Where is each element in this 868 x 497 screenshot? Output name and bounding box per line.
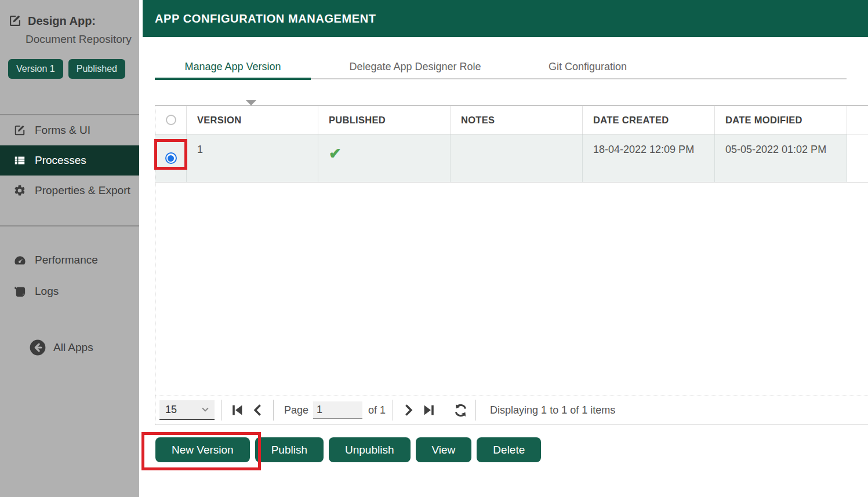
- tab-delegate-app-designer-role[interactable]: Delegate App Designer Role: [311, 56, 520, 78]
- pagination-status: Displaying 1 to 1 of 1 items: [490, 404, 615, 416]
- app-name: Document Repository: [26, 33, 132, 46]
- published-check-icon: ✔: [329, 146, 342, 161]
- page-label: Page: [284, 404, 308, 416]
- cell-date-modified: 05-05-2022 01:02 PM: [715, 134, 847, 182]
- sidebar-tools: Performance Logs: [0, 244, 139, 307]
- publish-button[interactable]: Publish: [255, 437, 324, 462]
- page-title: APP CONFIGURATION MANAGEMENT: [155, 12, 376, 25]
- gear-icon: [13, 184, 27, 197]
- table-row[interactable]: 1 ✔ 18-04-2022 12:09 PM 05-05-2022 01:02…: [155, 134, 868, 182]
- divider: [273, 400, 274, 421]
- sidebar-item-properties-export[interactable]: Properties & Export: [0, 176, 139, 206]
- cell-date-created: 18-04-2022 12:09 PM: [583, 134, 715, 182]
- divider: [221, 400, 222, 421]
- first-page-button[interactable]: [229, 401, 245, 419]
- column-header-version[interactable]: VERSION: [187, 106, 318, 134]
- speedometer-icon: [13, 254, 27, 267]
- design-app-heading: Design App:: [8, 14, 96, 28]
- sidebar-item-performance[interactable]: Performance: [0, 244, 139, 276]
- version-badge: Version 1: [8, 59, 63, 79]
- logs-icon: [13, 285, 27, 298]
- page-of-label: of 1: [368, 404, 386, 416]
- divider: [393, 400, 393, 421]
- sidebar-item-logs[interactable]: Logs: [0, 276, 139, 307]
- row-select-radio[interactable]: [155, 134, 187, 182]
- select-all-radio[interactable]: [155, 106, 187, 134]
- cell-spacer: [847, 134, 868, 182]
- column-header-published[interactable]: PUBLISHED: [318, 106, 451, 134]
- table-empty-area: [155, 182, 868, 396]
- view-button[interactable]: View: [416, 437, 472, 462]
- table-list-icon: [13, 154, 27, 167]
- edit-icon: [8, 14, 22, 28]
- unpublish-button[interactable]: Unpublish: [329, 437, 411, 462]
- delete-button[interactable]: Delete: [477, 437, 541, 462]
- chevron-down-icon: [201, 405, 210, 414]
- sidebar-item-label: Forms & UI: [35, 124, 90, 137]
- sort-descending-icon: [246, 100, 256, 105]
- previous-page-button[interactable]: [250, 401, 266, 419]
- table-header-row: VERSION PUBLISHED NOTES DATE CREATED DAT…: [155, 105, 868, 134]
- tab-manage-app-version[interactable]: Manage App Version: [155, 56, 311, 78]
- new-version-button[interactable]: New Version: [155, 437, 250, 462]
- cell-notes: [451, 134, 583, 182]
- all-apps-label: All Apps: [53, 341, 93, 354]
- cell-version: 1: [187, 134, 318, 182]
- page-header: APP CONFIGURATION MANAGEMENT: [143, 0, 868, 37]
- sidebar-divider: [0, 225, 139, 226]
- sidebar-item-processes[interactable]: Processes: [0, 145, 139, 176]
- column-header-spacer: [847, 106, 868, 134]
- column-header-date-created[interactable]: DATE CREATED: [583, 106, 715, 134]
- action-button-row: New Version Publish Unpublish View Delet…: [155, 437, 541, 462]
- refresh-icon[interactable]: [452, 401, 468, 419]
- divider: [475, 400, 476, 421]
- pagination-bar: 15 Page of 1: [155, 396, 868, 425]
- tab-git-configuration[interactable]: Git Configuration: [520, 56, 656, 78]
- radio-checked-icon: [165, 152, 177, 164]
- cell-published: ✔: [318, 134, 451, 182]
- last-page-button[interactable]: [421, 401, 437, 419]
- page-number-input[interactable]: [313, 401, 362, 419]
- arrow-left-circle-icon: [29, 339, 46, 356]
- version-table: VERSION PUBLISHED NOTES DATE CREATED DAT…: [155, 105, 868, 425]
- sidebar-item-label: Performance: [35, 254, 98, 266]
- page-size-select[interactable]: 15: [159, 400, 215, 420]
- badge-group: Version 1 Published: [8, 59, 125, 79]
- sidebar-nav: Forms & UI Processes Properties & Export: [0, 115, 139, 206]
- sidebar-item-label: Logs: [35, 285, 59, 298]
- page-size-value: 15: [165, 404, 177, 416]
- design-app-label: Design App:: [28, 14, 96, 28]
- next-page-button[interactable]: [400, 401, 416, 419]
- sidebar: Design App: Document Repository Version …: [0, 0, 139, 497]
- radio-unchecked-icon: [166, 115, 176, 125]
- tab-bar: Manage App Version Delegate App Designer…: [155, 56, 847, 79]
- sidebar-item-all-apps[interactable]: All Apps: [29, 335, 93, 360]
- column-header-date-modified[interactable]: DATE MODIFIED: [715, 106, 847, 134]
- column-header-notes[interactable]: NOTES: [451, 106, 583, 134]
- published-badge: Published: [68, 59, 125, 79]
- sidebar-item-label: Processes: [35, 154, 86, 167]
- sidebar-item-forms-ui[interactable]: Forms & UI: [0, 115, 139, 145]
- edit-icon: [13, 124, 27, 137]
- sidebar-item-label: Properties & Export: [35, 184, 130, 197]
